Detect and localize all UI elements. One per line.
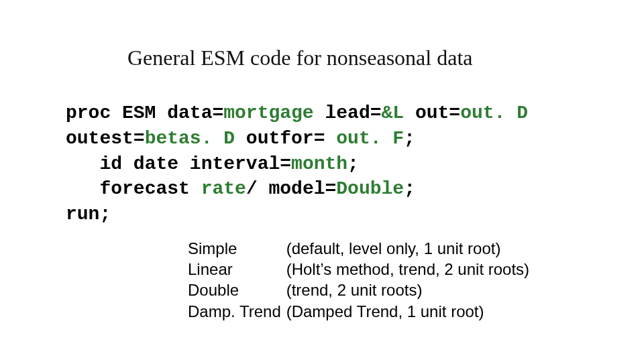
model-list: Simple (default, level only, 1 unit root…	[188, 238, 529, 322]
code-token: run	[66, 204, 99, 225]
code-token: rate	[201, 178, 246, 199]
code-token: ;	[347, 154, 359, 174]
code-token: &L	[382, 103, 415, 123]
model-row: Linear (Holt’s method, trend, 2 unit roo…	[188, 259, 529, 280]
model-row: Double (trend, 2 unit roots)	[188, 280, 529, 300]
slide: General ESM code for nonseasonal data pr…	[0, 0, 644, 362]
code-token: /	[246, 178, 269, 199]
code-token: month	[291, 154, 347, 174]
code-token: interval=	[190, 154, 291, 174]
code-token: out=	[415, 103, 460, 123]
code-token: model=	[268, 178, 336, 199]
code-token: ESM	[122, 103, 167, 123]
code-token	[66, 154, 99, 174]
code-token: out. F	[336, 128, 404, 149]
model-row: Simple (default, level only, 1 unit root…	[188, 238, 529, 259]
code-token: Double	[336, 178, 404, 199]
code-token: ;	[404, 178, 415, 199]
code-token: mortgage	[223, 103, 325, 123]
code-token: out. D	[460, 103, 528, 123]
code-block: proc ESM data=mortgage lead=&L out=out. …	[66, 101, 604, 227]
code-token: forecast	[99, 178, 201, 199]
slide-title: General ESM code for nonseasonal data	[127, 46, 472, 70]
code-token: ;	[404, 128, 415, 149]
code-token: outfor=	[246, 128, 336, 149]
code-token: outest=	[66, 128, 145, 149]
model-desc: (trend, 2 unit roots)	[286, 281, 423, 299]
code-token: proc	[66, 103, 122, 123]
model-name: Simple	[188, 238, 282, 259]
model-desc: (Damped Trend, 1 unit root)	[286, 302, 484, 320]
code-token: id	[99, 154, 133, 174]
code-token: ;	[99, 204, 111, 225]
model-desc: (Holt’s method, trend, 2 unit roots)	[286, 260, 529, 278]
code-token: date	[133, 154, 190, 174]
model-desc: (default, level only, 1 unit root)	[286, 239, 501, 257]
model-row: Damp. Trend (Damped Trend, 1 unit root)	[188, 301, 529, 322]
model-name: Double	[188, 280, 282, 300]
code-token: data=	[167, 103, 223, 123]
model-name: Linear	[188, 259, 282, 280]
code-token: lead=	[325, 103, 381, 123]
code-token: betas. D	[145, 128, 246, 149]
model-name: Damp. Trend	[188, 301, 282, 322]
code-token	[66, 178, 99, 199]
